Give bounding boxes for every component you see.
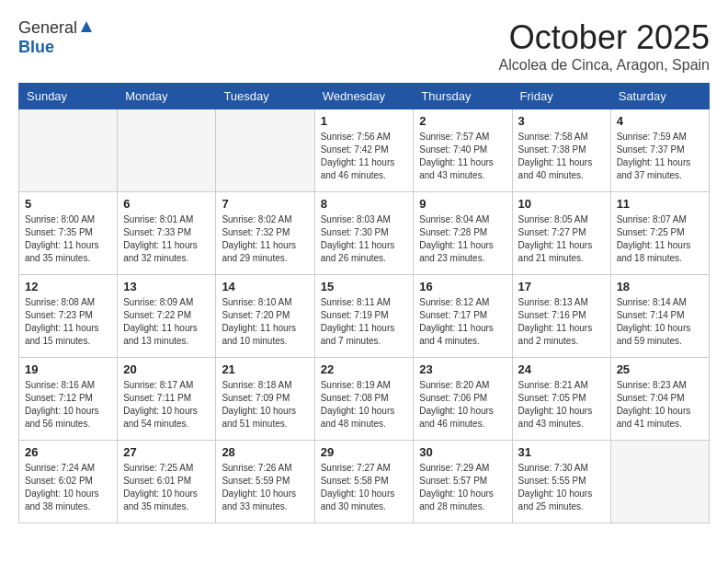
day-number: 2 [419, 114, 506, 128]
day-info: Sunrise: 8:01 AM Sunset: 7:33 PM Dayligh… [123, 213, 210, 265]
day-info: Sunrise: 8:16 AM Sunset: 7:12 PM Dayligh… [25, 379, 111, 431]
day-info: Sunrise: 8:17 AM Sunset: 7:11 PM Dayligh… [123, 379, 210, 431]
svg-marker-0 [81, 21, 92, 32]
calendar-cell: 12Sunrise: 8:08 AM Sunset: 7:23 PM Dayli… [19, 275, 118, 358]
day-number: 18 [617, 280, 703, 293]
calendar-cell [118, 109, 216, 192]
day-info: Sunrise: 8:10 AM Sunset: 7:20 PM Dayligh… [222, 296, 308, 348]
calendar-cell: 22Sunrise: 8:19 AM Sunset: 7:08 PM Dayli… [314, 358, 414, 441]
calendar-cell: 21Sunrise: 8:18 AM Sunset: 7:09 PM Dayli… [216, 358, 314, 441]
calendar-cell: 28Sunrise: 7:26 AM Sunset: 5:59 PM Dayli… [216, 441, 314, 523]
day-number: 10 [518, 197, 605, 211]
day-info: Sunrise: 8:07 AM Sunset: 7:25 PM Dayligh… [617, 213, 703, 265]
logo-arrow-icon [79, 19, 94, 38]
day-info: Sunrise: 7:59 AM Sunset: 7:37 PM Dayligh… [617, 131, 703, 182]
day-header-tuesday: Tuesday [216, 84, 314, 109]
day-info: Sunrise: 7:29 AM Sunset: 5:57 PM Dayligh… [419, 462, 506, 513]
day-number: 19 [25, 362, 111, 376]
day-number: 15 [321, 280, 408, 293]
month-title: October 2025 [499, 18, 710, 57]
day-info: Sunrise: 7:57 AM Sunset: 7:40 PM Dayligh… [419, 131, 506, 182]
calendar-week-1: 1Sunrise: 7:56 AM Sunset: 7:42 PM Daylig… [19, 109, 710, 192]
day-number: 20 [123, 362, 210, 376]
day-number: 9 [419, 197, 506, 211]
logo: General Blue [18, 18, 94, 57]
day-info: Sunrise: 8:03 AM Sunset: 7:30 PM Dayligh… [321, 213, 408, 265]
day-number: 7 [222, 197, 308, 211]
calendar-cell: 5Sunrise: 8:00 AM Sunset: 7:35 PM Daylig… [19, 192, 118, 275]
calendar-cell: 24Sunrise: 8:21 AM Sunset: 7:05 PM Dayli… [512, 358, 610, 441]
calendar-cell: 6Sunrise: 8:01 AM Sunset: 7:33 PM Daylig… [118, 192, 216, 275]
day-number: 6 [123, 197, 210, 211]
day-info: Sunrise: 8:04 AM Sunset: 7:28 PM Dayligh… [419, 213, 506, 265]
day-number: 17 [518, 280, 605, 293]
day-number: 12 [25, 280, 111, 293]
day-number: 26 [25, 445, 111, 459]
logo-blue-text: Blue [18, 38, 54, 56]
calendar-cell: 9Sunrise: 8:04 AM Sunset: 7:28 PM Daylig… [414, 192, 512, 275]
day-info: Sunrise: 8:18 AM Sunset: 7:09 PM Dayligh… [222, 379, 308, 431]
calendar-cell: 14Sunrise: 8:10 AM Sunset: 7:20 PM Dayli… [216, 275, 314, 358]
calendar-cell: 31Sunrise: 7:30 AM Sunset: 5:55 PM Dayli… [512, 441, 610, 523]
day-info: Sunrise: 8:02 AM Sunset: 7:32 PM Dayligh… [222, 213, 308, 265]
calendar-cell: 19Sunrise: 8:16 AM Sunset: 7:12 PM Dayli… [19, 358, 118, 441]
day-info: Sunrise: 8:20 AM Sunset: 7:06 PM Dayligh… [419, 379, 506, 431]
day-number: 11 [617, 197, 703, 211]
calendar-header-row: SundayMondayTuesdayWednesdayThursdayFrid… [19, 84, 710, 109]
location-title: Alcolea de Cinca, Aragon, Spain [499, 57, 710, 74]
calendar-cell: 17Sunrise: 8:13 AM Sunset: 7:16 PM Dayli… [512, 275, 610, 358]
title-section: October 2025 Alcolea de Cinca, Aragon, S… [499, 18, 710, 74]
day-header-monday: Monday [118, 84, 216, 109]
calendar-cell: 1Sunrise: 7:56 AM Sunset: 7:42 PM Daylig… [314, 109, 414, 192]
day-info: Sunrise: 8:19 AM Sunset: 7:08 PM Dayligh… [321, 379, 408, 431]
day-info: Sunrise: 7:24 AM Sunset: 6:02 PM Dayligh… [25, 462, 111, 513]
day-info: Sunrise: 8:13 AM Sunset: 7:16 PM Dayligh… [518, 296, 605, 348]
calendar-cell: 10Sunrise: 8:05 AM Sunset: 7:27 PM Dayli… [512, 192, 610, 275]
calendar-week-4: 19Sunrise: 8:16 AM Sunset: 7:12 PM Dayli… [19, 358, 710, 441]
calendar-cell: 18Sunrise: 8:14 AM Sunset: 7:14 PM Dayli… [610, 275, 709, 358]
day-number: 24 [518, 362, 605, 376]
logo-general-text: General [18, 18, 77, 38]
day-info: Sunrise: 8:00 AM Sunset: 7:35 PM Dayligh… [25, 213, 111, 265]
day-info: Sunrise: 8:21 AM Sunset: 7:05 PM Dayligh… [518, 379, 605, 431]
calendar-cell [610, 441, 709, 523]
day-info: Sunrise: 8:11 AM Sunset: 7:19 PM Dayligh… [321, 296, 408, 348]
day-number: 30 [419, 445, 506, 459]
day-info: Sunrise: 8:23 AM Sunset: 7:04 PM Dayligh… [617, 379, 703, 431]
day-header-sunday: Sunday [19, 84, 118, 109]
calendar-cell [216, 109, 314, 192]
calendar-cell: 16Sunrise: 8:12 AM Sunset: 7:17 PM Dayli… [414, 275, 512, 358]
day-number: 5 [25, 197, 111, 211]
calendar-cell: 30Sunrise: 7:29 AM Sunset: 5:57 PM Dayli… [414, 441, 512, 523]
day-info: Sunrise: 7:25 AM Sunset: 6:01 PM Dayligh… [123, 462, 210, 513]
day-header-wednesday: Wednesday [314, 84, 414, 109]
calendar-cell: 7Sunrise: 8:02 AM Sunset: 7:32 PM Daylig… [216, 192, 314, 275]
day-info: Sunrise: 8:12 AM Sunset: 7:17 PM Dayligh… [419, 296, 506, 348]
calendar-week-5: 26Sunrise: 7:24 AM Sunset: 6:02 PM Dayli… [19, 441, 710, 523]
day-number: 8 [321, 197, 408, 211]
calendar-cell: 26Sunrise: 7:24 AM Sunset: 6:02 PM Dayli… [19, 441, 118, 523]
day-number: 22 [321, 362, 408, 376]
day-number: 21 [222, 362, 308, 376]
calendar-cell: 11Sunrise: 8:07 AM Sunset: 7:25 PM Dayli… [610, 192, 709, 275]
day-number: 25 [617, 362, 703, 376]
day-number: 28 [222, 445, 308, 459]
calendar-cell: 13Sunrise: 8:09 AM Sunset: 7:22 PM Dayli… [118, 275, 216, 358]
day-header-friday: Friday [512, 84, 610, 109]
day-info: Sunrise: 7:30 AM Sunset: 5:55 PM Dayligh… [518, 462, 605, 513]
calendar-cell: 29Sunrise: 7:27 AM Sunset: 5:58 PM Dayli… [314, 441, 414, 523]
day-number: 4 [617, 114, 703, 128]
day-info: Sunrise: 8:14 AM Sunset: 7:14 PM Dayligh… [617, 296, 703, 348]
day-number: 1 [321, 114, 408, 128]
calendar-week-2: 5Sunrise: 8:00 AM Sunset: 7:35 PM Daylig… [19, 192, 710, 275]
calendar-cell: 8Sunrise: 8:03 AM Sunset: 7:30 PM Daylig… [314, 192, 414, 275]
calendar-cell [19, 109, 118, 192]
day-number: 31 [518, 445, 605, 459]
day-info: Sunrise: 8:05 AM Sunset: 7:27 PM Dayligh… [518, 213, 605, 265]
calendar-cell: 27Sunrise: 7:25 AM Sunset: 6:01 PM Dayli… [118, 441, 216, 523]
day-number: 13 [123, 280, 210, 293]
page-header: General Blue October 2025 Alcolea de Cin… [18, 18, 710, 74]
day-info: Sunrise: 8:09 AM Sunset: 7:22 PM Dayligh… [123, 296, 210, 348]
day-info: Sunrise: 7:58 AM Sunset: 7:38 PM Dayligh… [518, 131, 605, 182]
day-number: 3 [518, 114, 605, 128]
